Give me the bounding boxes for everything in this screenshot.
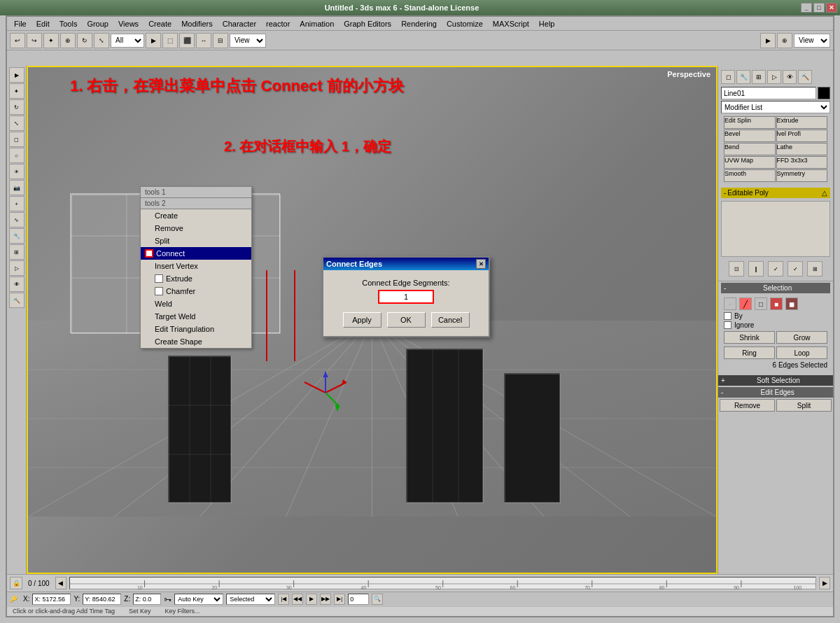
create-tab[interactable]: ◻ [721, 70, 735, 84]
selection-filter-dropdown[interactable]: All [111, 34, 144, 48]
timeline-lock-icon[interactable]: 🔒 [10, 577, 22, 589]
menu-views[interactable]: Views [114, 18, 143, 29]
play-back-btn[interactable]: ◀◀ [292, 594, 303, 605]
redo-btn[interactable]: ↪ [27, 33, 42, 48]
menu-graph-editors[interactable]: Graph Editors [340, 18, 396, 29]
poly-sel-icon[interactable]: ■ [770, 298, 783, 310]
context-menu-item-connect[interactable]: Connect [141, 247, 251, 260]
panel-icon-1[interactable]: ⊡ [729, 261, 744, 276]
mod-btn-extrude[interactable]: Extrude [776, 116, 828, 129]
play-prev-btn[interactable]: |◀ [278, 594, 289, 605]
connect-edge-segments-input[interactable] [378, 290, 434, 304]
motion-tab[interactable]: ▷ [767, 70, 781, 84]
split-btn[interactable]: Split [776, 399, 832, 412]
play-btn[interactable]: ▶ [760, 33, 776, 48]
menu-edit[interactable]: Edit [32, 18, 54, 29]
menu-rendering[interactable]: Rendering [397, 18, 441, 29]
select-btn[interactable]: ▶ [146, 33, 161, 48]
edge-sel-icon[interactable]: ╱ [739, 298, 752, 310]
mod-btn-edit-splin[interactable]: Edit Splin [724, 116, 776, 129]
mod-btn-symmetry[interactable]: Symmetry [776, 169, 828, 182]
panel-icon-2[interactable]: ‖ [748, 261, 764, 276]
render-preview-icon[interactable]: 🔍 [372, 594, 383, 605]
menu-customize[interactable]: Customize [442, 18, 487, 29]
border-sel-icon[interactable]: □ [755, 298, 767, 310]
ring-btn[interactable]: Ring [724, 346, 775, 359]
editable-poly-header[interactable]: - Editable Poly △ [721, 188, 830, 198]
context-menu-item-target-weld[interactable]: Target Weld [141, 310, 251, 323]
dialog-cancel-btn[interactable]: Cancel [431, 312, 470, 328]
context-menu-item-extrude[interactable]: Extrude [141, 272, 251, 285]
context-menu-item-insert-vertex[interactable]: Insert Vertex [141, 260, 251, 272]
select-region2-btn[interactable]: ⬛ [179, 33, 195, 48]
undo-btn[interactable]: ↩ [10, 33, 25, 48]
os-minimize-btn[interactable]: _ [801, 3, 812, 13]
menu-create[interactable]: Create [144, 18, 176, 29]
mod-btn-bend[interactable]: Bend [724, 143, 776, 155]
remove-btn[interactable]: Remove [720, 399, 775, 412]
menu-tools[interactable]: Tools [55, 18, 82, 29]
context-menu-item-create-shape[interactable]: Create Shape [141, 335, 251, 348]
snap-btn[interactable]: ⊕ [777, 33, 792, 48]
context-menu-item-create[interactable]: Create [141, 209, 251, 222]
viewport[interactable]: 1. 右击，在弹出菜单中点击 Connect 前的小方块 2. 在对话框中输入 … [27, 66, 718, 574]
move-btn[interactable]: ⊕ [60, 33, 76, 48]
context-menu-item-edit-triangulation[interactable]: Edit Triangulation [141, 323, 251, 335]
panel-icon-4[interactable]: ✓ [788, 261, 803, 276]
render-view-dropdown[interactable]: View [794, 34, 830, 48]
tool-scale[interactable]: ⤡ [9, 115, 24, 131]
menu-character[interactable]: Character [218, 18, 260, 29]
select-region-btn[interactable]: ⬚ [162, 33, 178, 48]
tool-utilities[interactable]: 🔨 [9, 293, 24, 308]
tool-shapes[interactable]: ○ [9, 148, 24, 163]
play-next-btn[interactable]: ▶| [334, 594, 345, 605]
menu-group[interactable]: Group [83, 18, 113, 29]
mod-btn-bevel[interactable]: Bevel [724, 130, 776, 142]
context-menu-item-remove[interactable]: Remove [141, 222, 251, 234]
timeline-scrollbar-right[interactable]: ▶ [819, 577, 830, 589]
menu-animation[interactable]: Animation [295, 18, 338, 29]
rotate-btn[interactable]: ↻ [77, 33, 92, 48]
mod-btn-lvel-profi[interactable]: lvel Profi [776, 130, 828, 142]
dialog-close-btn[interactable]: ✕ [476, 259, 486, 269]
utilities-tab[interactable]: 🔨 [798, 70, 812, 84]
panel-icon-5[interactable]: ⊞ [807, 261, 822, 276]
loop-btn[interactable]: Loop [776, 346, 827, 359]
tool-hierarchy[interactable]: ⊞ [9, 244, 24, 260]
context-menu-item-weld[interactable]: Weld [141, 298, 251, 310]
dialog-ok-btn[interactable]: OK [387, 312, 426, 328]
play-fwd-btn[interactable]: ▶▶ [320, 594, 331, 605]
z-coord-field[interactable] [133, 594, 161, 605]
by-checkbox[interactable] [724, 312, 732, 320]
display-tab[interactable]: 👁 [783, 70, 797, 84]
mod-btn-uvw-map[interactable]: UVW Map [724, 156, 776, 169]
dialog-apply-btn[interactable]: Apply [343, 312, 382, 328]
tool-cameras[interactable]: 📷 [9, 180, 24, 195]
os-close-btn[interactable]: ✕ [826, 3, 837, 13]
tool-motion[interactable]: ▷ [9, 260, 24, 276]
soft-selection-header[interactable]: + Soft Selection [718, 375, 833, 386]
object-name-field[interactable] [721, 87, 816, 99]
hierarchy-tab[interactable]: ⊞ [752, 70, 766, 84]
play-btn[interactable]: ▶ [306, 594, 317, 605]
mod-btn-smooth[interactable]: Smooth [724, 169, 776, 182]
y-coord-field[interactable] [83, 594, 121, 605]
selected-dropdown[interactable]: Selected [226, 594, 275, 605]
tool-helpers[interactable]: + [9, 196, 24, 211]
tool-modify[interactable]: 🔧 [9, 228, 24, 244]
context-menu-item-split[interactable]: Split [141, 234, 251, 247]
menu-help[interactable]: Help [535, 18, 559, 29]
frame-input[interactable] [348, 594, 369, 605]
mod-btn-lathe[interactable]: Lathe [776, 143, 828, 155]
grow-btn[interactable]: Grow [776, 331, 827, 344]
edit-edges-header[interactable]: - Edit Edges [718, 387, 833, 398]
menu-file[interactable]: File [10, 18, 31, 29]
scale-btn[interactable]: ⤡ [94, 33, 109, 48]
menu-maxscript[interactable]: MAXScript [489, 18, 533, 29]
context-menu-item-chamfer[interactable]: Chamfer [141, 285, 251, 298]
menu-reactor[interactable]: reactor [262, 18, 294, 29]
tool-display[interactable]: 👁 [9, 276, 24, 292]
timeline-scrollbar[interactable]: ◀ [55, 577, 66, 589]
tool-lights[interactable]: ☀ [9, 164, 24, 179]
os-maximize-btn[interactable]: □ [813, 3, 825, 13]
